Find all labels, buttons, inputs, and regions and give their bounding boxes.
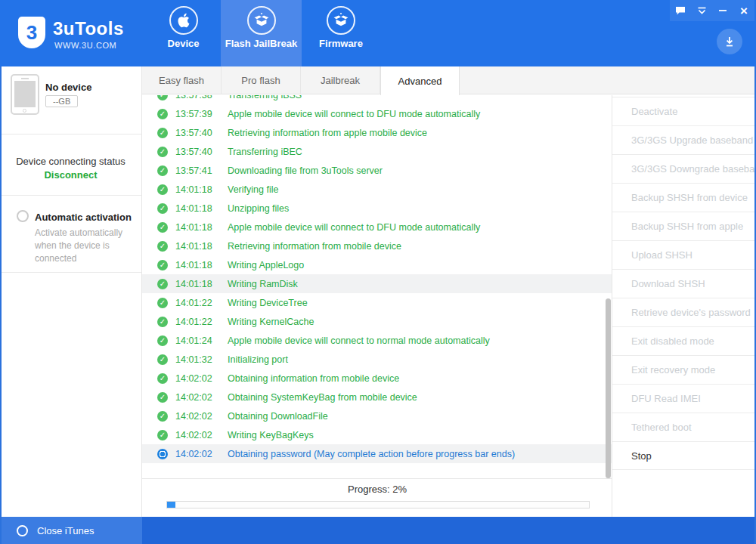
action-button-backup-shsh-from-apple[interactable]: Backup SHSH from apple (612, 212, 754, 240)
log-row[interactable]: ✓14:02:02Obtaining DownloadFile (142, 406, 612, 425)
log-message: Apple mobile device will connect to norm… (228, 335, 490, 346)
success-check-icon: ✓ (157, 241, 168, 252)
action-button-deactivate[interactable]: Deactivate (612, 97, 754, 125)
log-row[interactable]: ✓13:57:40Transferring iBEC (142, 142, 612, 161)
log-row[interactable]: ✓14:01:18Unzipping files (142, 199, 612, 218)
log-row[interactable]: ✓14:02:02Obtaining information from mobi… (142, 369, 612, 388)
log-message: Obtaining password (May complete action … (228, 449, 515, 459)
log-message: Writing KernelCache (228, 317, 314, 327)
download-arrow-icon (723, 36, 736, 48)
success-check-icon: ✓ (157, 411, 168, 422)
log-message: Retrieving information from apple mobile… (228, 128, 427, 138)
action-button-retrieve-device-s-password[interactable]: Retrieve device's password (612, 298, 754, 326)
log-row[interactable]: ✓14:01:18Writing RamDisk (142, 274, 612, 293)
log-time: 14:01:18 (175, 241, 218, 252)
action-button-exit-disabled-mode[interactable]: Exit disabled mode (612, 326, 754, 355)
progress-area: Progress: 2% (142, 478, 612, 517)
log-message: Obtaining SystemKeyBag from mobile devic… (228, 392, 417, 403)
download-button[interactable] (717, 29, 742, 54)
log-time: 13:57:40 (175, 147, 218, 157)
log-row[interactable]: ✓14:02:02Writing KeyBagKeys (142, 425, 612, 444)
success-check-icon: ✓ (157, 165, 168, 176)
in-progress-icon (157, 449, 168, 459)
success-check-icon: ✓ (157, 203, 168, 214)
log-time: 14:02:02 (175, 411, 218, 422)
progress-bar (166, 501, 590, 508)
close-itunes-label: Close iTunes (37, 525, 94, 536)
log-row[interactable]: 14:02:02Obtaining password (May complete… (142, 444, 612, 463)
log-row[interactable]: ✓13:57:40Retrieving information from app… (142, 123, 612, 142)
device-phone-icon (11, 74, 39, 115)
log-time: 14:02:02 (175, 449, 218, 459)
log-row[interactable]: ✓14:01:18Retrieving information from mob… (142, 236, 612, 255)
log-time: 14:02:02 (175, 392, 218, 403)
action-button-3g-3gs-upgrade-baseband[interactable]: 3G/3GS Upgrade baseband (612, 125, 754, 154)
device-name: No device (45, 82, 91, 93)
tab-easy-flash[interactable]: Easy flash (142, 66, 222, 94)
rollup-icon[interactable] (691, 0, 712, 21)
automatic-activation-radio[interactable] (17, 210, 29, 222)
sidebar: No device --GB Device connecting status … (0, 66, 142, 517)
nav-item-device[interactable]: Device (155, 0, 212, 66)
log-row[interactable]: ✓14:01:18Verifying file (142, 180, 612, 199)
action-button-download-shsh[interactable]: Download SHSH (612, 269, 754, 298)
success-check-icon: ✓ (157, 279, 168, 289)
log-time: 14:02:02 (175, 430, 218, 440)
log-message: Unzipping files (228, 203, 289, 214)
log-row[interactable]: ✓13:57:39Apple mobile device will connec… (142, 104, 612, 123)
action-button-tethered-boot[interactable]: Tethered boot (612, 413, 754, 441)
firmware-box-icon (327, 6, 355, 35)
log-row[interactable]: ✓14:01:24Apple mobile device will connec… (142, 331, 612, 350)
action-button-upload-shsh[interactable]: Upload SHSH (612, 240, 754, 269)
app-subtitle: WWW.3U.COM (54, 41, 116, 50)
success-check-icon: ✓ (157, 222, 168, 233)
action-button-backup-shsh-from-device[interactable]: Backup SHSH from device (612, 183, 754, 212)
connection-status-value: Disconnect (0, 169, 141, 181)
nav-item-firmware[interactable]: Firmware (306, 0, 376, 66)
log-time: 14:01:18 (175, 279, 218, 289)
log-row[interactable]: ✓14:01:32Initializing port (142, 350, 612, 369)
window-controls: × (670, 0, 754, 21)
connection-status-label: Device connecting status (0, 156, 141, 167)
action-button-3g-3gs-downgrade-baseband[interactable]: 3G/3GS Downgrade baseband (612, 154, 754, 183)
log-row[interactable]: ✓13:57:41Downloading file from 3uTools s… (142, 161, 612, 180)
success-check-icon: ✓ (157, 147, 168, 157)
progress-label: Progress: 2% (142, 484, 612, 495)
feedback-chat-icon[interactable] (670, 0, 691, 21)
success-check-icon: ✓ (157, 354, 168, 365)
header: 3 3uTools WWW.3U.COM Device Flash JailBr… (0, 0, 756, 66)
log-row[interactable]: ✓13:57:38Transferring iBSS (142, 95, 612, 104)
log-message: Transferring iBSS (228, 95, 302, 100)
log-row[interactable]: ✓14:01:22Writing DeviceTree (142, 293, 612, 312)
tab-pro-flash[interactable]: Pro flash (222, 66, 301, 94)
log-row[interactable]: ✓14:01:18Writing AppleLogo (142, 255, 612, 274)
close-icon[interactable]: × (733, 0, 754, 21)
log-message: Obtaining information from mobile device (228, 373, 399, 384)
minimize-icon[interactable] (712, 0, 733, 21)
log-row[interactable]: ✓14:01:22Writing KernelCache (142, 312, 612, 331)
window-border-left (0, 66, 2, 544)
jailbreak-box-icon (247, 6, 276, 35)
log-time: 14:01:22 (175, 298, 218, 308)
app-title: 3uTools (53, 18, 124, 39)
log-message: Transferring iBEC (228, 147, 302, 157)
log-list: ✓13:57:38Transferring iBSS✓13:57:39Apple… (142, 95, 612, 478)
log-scrollbar-thumb[interactable] (606, 298, 611, 478)
flash-tabbar: Easy flashPro flashJailbreakAdvanced (142, 66, 756, 94)
log-row[interactable]: ✓14:02:02Obtaining SystemKeyBag from mob… (142, 388, 612, 406)
action-button-stop[interactable]: Stop (612, 441, 754, 470)
action-button-dfu-read-imei[interactable]: DFU Read IMEI (612, 384, 754, 413)
log-time: 13:57:38 (175, 95, 218, 100)
log-message: Verifying file (228, 184, 278, 195)
tab-jailbreak[interactable]: Jailbreak (301, 66, 380, 94)
log-message: Writing RamDisk (228, 279, 298, 289)
success-check-icon: ✓ (157, 373, 168, 384)
advanced-actions-panel: Deactivate3G/3GS Upgrade baseband3G/3GS … (612, 94, 754, 517)
apple-icon (169, 6, 198, 35)
action-button-exit-recovery-mode[interactable]: Exit recovery mode (612, 355, 754, 384)
log-row[interactable]: ✓14:01:18Apple mobile device will connec… (142, 218, 612, 236)
nav-item-flash-jailbreak[interactable]: Flash JailBreak (221, 0, 302, 66)
tab-advanced[interactable]: Advanced (380, 66, 460, 95)
close-itunes-button[interactable]: Close iTunes (0, 517, 142, 544)
success-check-icon: ✓ (157, 430, 168, 440)
